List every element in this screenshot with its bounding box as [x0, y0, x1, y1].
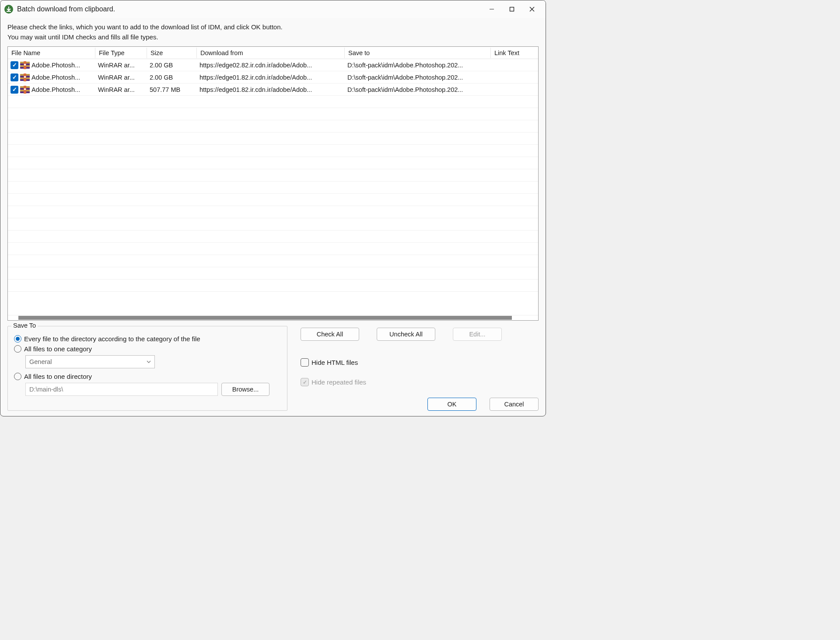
- cancel-button[interactable]: Cancel: [490, 398, 539, 411]
- svg-rect-3: [510, 7, 514, 11]
- horizontal-scrollbar[interactable]: [8, 315, 538, 320]
- table-row-empty: [8, 206, 538, 218]
- table-row[interactable]: Adobe.Photosh... WinRAR ar... 2.00 GB ht…: [8, 59, 538, 71]
- table-row[interactable]: Adobe.Photosh... WinRAR ar... 507.77 MB …: [8, 84, 538, 96]
- col-header-link-text[interactable]: Link Text: [491, 48, 538, 58]
- col-header-filetype[interactable]: File Type: [95, 48, 147, 58]
- filename-text: Adobe.Photosh...: [32, 74, 80, 81]
- svg-rect-10: [24, 64, 26, 66]
- uncheck-all-button[interactable]: Uncheck All: [377, 328, 435, 341]
- radio-row-one-directory[interactable]: All files to one directory: [14, 373, 281, 380]
- cell-download-from: https://edge01.82.ir.cdn.ir/adobe/Adob..…: [197, 85, 345, 94]
- table-row-empty: [8, 157, 538, 169]
- dialog-window: Batch download from clipboard. Please ch…: [0, 0, 546, 416]
- cell-link-text: [491, 64, 538, 66]
- col-header-size[interactable]: Size: [147, 48, 197, 58]
- hide-repeated-checkbox-row: Hide repeated files: [301, 378, 539, 386]
- minimize-button[interactable]: [482, 2, 502, 16]
- cell-download-from: https://edge01.82.ir.cdn.ir/adobe/Adob..…: [197, 73, 345, 82]
- directory-path-value: D:\main-dls\: [29, 386, 63, 393]
- table-row-empty: [8, 267, 538, 280]
- radio-row-one-category[interactable]: All files to one category: [14, 345, 281, 353]
- radio-label: All files to one directory: [24, 373, 92, 380]
- radio-icon: [14, 345, 21, 353]
- table-row-empty: [8, 169, 538, 182]
- directory-path-input[interactable]: D:\main-dls\: [25, 383, 218, 396]
- checkbox-label: Hide HTML files: [312, 359, 358, 366]
- radio-label: Every file to the directory according to…: [24, 335, 200, 343]
- table-row-empty: [8, 218, 538, 231]
- cell-filename: Adobe.Photosh...: [8, 84, 95, 95]
- archive-file-icon: [20, 85, 30, 94]
- table-row-empty: [8, 120, 538, 133]
- table-body[interactable]: Adobe.Photosh... WinRAR ar... 2.00 GB ht…: [8, 59, 538, 315]
- table-row-empty: [8, 280, 538, 292]
- app-icon: [4, 4, 14, 14]
- cell-download-from: https://edge02.82.ir.cdn.ir/adobe/Adob..…: [197, 61, 345, 70]
- checkbox-icon: [301, 378, 309, 386]
- row-checkbox[interactable]: [10, 73, 18, 81]
- window-title: Batch download from clipboard.: [17, 5, 482, 13]
- radio-row-per-category[interactable]: Every file to the directory according to…: [14, 335, 281, 343]
- check-all-button[interactable]: Check All: [301, 328, 359, 341]
- table-row-empty: [8, 194, 538, 206]
- titlebar: Batch download from clipboard.: [0, 0, 546, 18]
- cell-size: 2.00 GB: [147, 73, 197, 82]
- table-header: File Name File Type Size Download from S…: [8, 47, 538, 59]
- svg-rect-15: [24, 76, 26, 78]
- right-panel: Check All Uncheck All Edit... Hide HTML …: [301, 326, 539, 411]
- edit-button[interactable]: Edit...: [453, 328, 502, 341]
- table-row-empty: [8, 108, 538, 120]
- maximize-button[interactable]: [502, 2, 522, 16]
- bottom-area: Save To Every file to the directory acco…: [7, 321, 539, 411]
- cell-filetype: WinRAR ar...: [95, 73, 147, 82]
- cell-filename: Adobe.Photosh...: [8, 72, 95, 83]
- table-row-empty: [8, 255, 538, 267]
- table-row-empty: [8, 243, 538, 255]
- close-button[interactable]: [522, 2, 542, 16]
- col-header-save-to[interactable]: Save to: [345, 48, 491, 58]
- ok-button[interactable]: OK: [427, 398, 476, 411]
- row-checkbox[interactable]: [10, 61, 18, 69]
- save-to-legend: Save To: [11, 322, 38, 329]
- table-row-empty: [8, 231, 538, 243]
- chevron-down-icon: [147, 360, 151, 363]
- svg-rect-1: [7, 11, 11, 12]
- cell-filetype: WinRAR ar...: [95, 61, 147, 70]
- top-button-row: Check All Uncheck All Edit...: [301, 326, 539, 341]
- category-select[interactable]: General: [25, 355, 155, 368]
- cell-size: 507.77 MB: [147, 85, 197, 94]
- dialog-button-row: OK Cancel: [301, 398, 539, 411]
- window-controls: [482, 2, 542, 16]
- cell-link-text: [491, 89, 538, 91]
- cell-link-text: [491, 77, 538, 78]
- cell-save-to: D:\soft-pack\idm\Adobe.Photoshop.202...: [345, 61, 491, 70]
- save-to-group: Save To Every file to the directory acco…: [7, 326, 287, 411]
- cell-save-to: D:\soft-pack\idm\Adobe.Photoshop.202...: [345, 73, 491, 82]
- category-select-row: General: [25, 355, 281, 368]
- col-header-filename[interactable]: File Name: [8, 48, 95, 58]
- instructions-text: Please check the links, which you want t…: [7, 22, 539, 42]
- col-header-download-from[interactable]: Download from: [197, 48, 345, 58]
- svg-rect-20: [24, 88, 26, 90]
- checkbox-label: Hide repeated files: [312, 378, 366, 386]
- category-selected-value: General: [29, 358, 52, 365]
- radio-label: All files to one category: [24, 345, 92, 353]
- cell-filetype: WinRAR ar...: [95, 85, 147, 94]
- dialog-content: Please check the links, which you want t…: [0, 18, 546, 416]
- filename-text: Adobe.Photosh...: [32, 86, 80, 93]
- scrollbar-thumb[interactable]: [18, 316, 512, 320]
- table-row-empty: [8, 96, 538, 108]
- row-checkbox[interactable]: [10, 86, 18, 94]
- directory-input-row: D:\main-dls\ Browse...: [25, 383, 281, 396]
- table-row-empty: [8, 145, 538, 157]
- instructions-line2: You may wait until IDM checks and fills …: [7, 32, 539, 42]
- table-row[interactable]: Adobe.Photosh... WinRAR ar... 2.00 GB ht…: [8, 71, 538, 84]
- browse-button[interactable]: Browse...: [221, 383, 270, 396]
- file-list-table: File Name File Type Size Download from S…: [7, 46, 539, 321]
- cell-size: 2.00 GB: [147, 61, 197, 70]
- radio-icon: [14, 373, 21, 380]
- archive-file-icon: [20, 73, 30, 82]
- hide-html-checkbox-row[interactable]: Hide HTML files: [301, 358, 539, 367]
- cell-filename: Adobe.Photosh...: [8, 60, 95, 70]
